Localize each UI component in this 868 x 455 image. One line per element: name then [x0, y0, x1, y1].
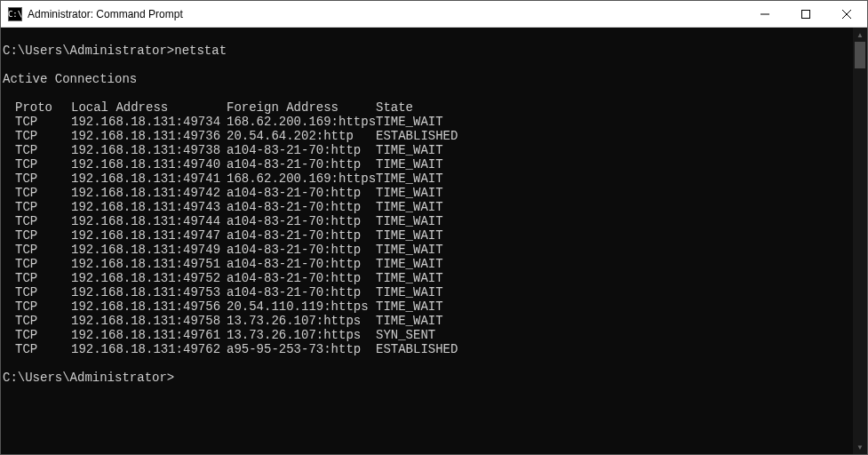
minimize-button[interactable] — [745, 1, 785, 27]
scroll-down-icon[interactable]: ▼ — [853, 440, 867, 454]
connection-row: TCP192.168.18.131:49762a95-95-253-73:htt… — [3, 342, 849, 356]
svg-rect-1 — [802, 10, 810, 18]
cell-local: 192.168.18.131:49756 — [71, 299, 227, 314]
cell-state: TIME_WAIT — [376, 314, 443, 328]
connection-row: TCP192.168.18.131:49753a104-83-21-70:htt… — [3, 285, 849, 299]
blank-line — [3, 58, 849, 72]
cell-local: 192.168.18.131:49762 — [71, 342, 227, 356]
prompt-line: C:\Users\Administrator> — [3, 371, 849, 385]
cell-foreign: a104-83-21-70:http — [227, 285, 376, 299]
prompt-line: C:\Users\Administrator>netstat — [3, 44, 849, 58]
cell-local: 192.168.18.131:49734 — [71, 115, 227, 129]
col-local: Local Address — [71, 100, 227, 115]
cell-state: TIME_WAIT — [376, 243, 443, 257]
cell-state: TIME_WAIT — [376, 257, 443, 271]
scroll-thumb[interactable] — [855, 42, 865, 68]
cell-state: TIME_WAIT — [376, 172, 443, 186]
cell-proto: TCP — [15, 243, 71, 257]
cell-proto: TCP — [15, 172, 71, 186]
window-title: Administrator: Command Prompt — [28, 8, 745, 20]
connection-row: TCP192.168.18.131:4976113.73.26.107:http… — [3, 328, 849, 342]
blank-line — [3, 86, 849, 100]
cell-local: 192.168.18.131:49736 — [71, 129, 227, 143]
col-foreign: Foreign Address — [227, 100, 376, 115]
cell-local: 192.168.18.131:49752 — [71, 271, 227, 285]
connection-row: TCP192.168.18.131:49738a104-83-21-70:htt… — [3, 143, 849, 157]
cell-proto: TCP — [15, 342, 71, 356]
terminal-area: C:\Users\Administrator>netstat Active Co… — [1, 28, 867, 454]
col-proto: Proto — [15, 100, 71, 115]
cell-foreign: 168.62.200.169:https — [227, 115, 376, 129]
cell-proto: TCP — [15, 200, 71, 214]
blank-line — [3, 29, 849, 44]
cell-local: 192.168.18.131:49743 — [71, 200, 227, 214]
cell-local: 192.168.18.131:49751 — [71, 257, 227, 271]
cell-foreign: 13.73.26.107:https — [227, 314, 376, 328]
cell-foreign: a104-83-21-70:http — [227, 143, 376, 157]
cell-foreign: a104-83-21-70:http — [227, 257, 376, 271]
command: netstat — [174, 44, 227, 58]
cell-state: SYN_SENT — [376, 328, 435, 342]
cell-proto: TCP — [15, 314, 71, 328]
connection-row: TCP192.168.18.131:49734168.62.200.169:ht… — [3, 115, 849, 129]
column-headers: ProtoLocal AddressForeign AddressState — [3, 100, 849, 115]
cell-proto: TCP — [15, 328, 71, 342]
cell-foreign: a104-83-21-70:http — [227, 228, 376, 243]
connection-row: TCP192.168.18.131:4973620.54.64.202:http… — [3, 129, 849, 143]
connection-row: TCP192.168.18.131:49742a104-83-21-70:htt… — [3, 186, 849, 200]
cell-state: TIME_WAIT — [376, 115, 443, 129]
col-state: State — [376, 100, 413, 115]
cell-state: TIME_WAIT — [376, 299, 443, 314]
cell-local: 192.168.18.131:49742 — [71, 186, 227, 200]
cell-local: 192.168.18.131:49741 — [71, 172, 227, 186]
close-button[interactable] — [826, 1, 867, 27]
vertical-scrollbar[interactable]: ▲ ▼ — [853, 28, 867, 454]
titlebar[interactable]: C:\ Administrator: Command Prompt — [1, 1, 867, 28]
cell-foreign: a104-83-21-70:http — [227, 157, 376, 172]
connection-row: TCP192.168.18.131:4975620.54.110.119:htt… — [3, 299, 849, 314]
connection-row: TCP192.168.18.131:49749a104-83-21-70:htt… — [3, 243, 849, 257]
terminal-output[interactable]: C:\Users\Administrator>netstat Active Co… — [1, 28, 853, 454]
cell-state: TIME_WAIT — [376, 200, 443, 214]
cell-state: ESTABLISHED — [376, 342, 458, 356]
cmd-icon: C:\ — [8, 7, 22, 21]
cell-proto: TCP — [15, 299, 71, 314]
connection-row: TCP192.168.18.131:49741168.62.200.169:ht… — [3, 172, 849, 186]
cell-local: 192.168.18.131:49744 — [71, 214, 227, 228]
command-prompt-window: C:\ Administrator: Command Prompt C:\Use… — [0, 0, 868, 455]
cell-state: TIME_WAIT — [376, 186, 443, 200]
cell-foreign: 20.54.110.119:https — [227, 299, 376, 314]
cell-state: TIME_WAIT — [376, 143, 443, 157]
cell-foreign: 13.73.26.107:https — [227, 328, 376, 342]
cell-foreign: a104-83-21-70:http — [227, 271, 376, 285]
cell-proto: TCP — [15, 143, 71, 157]
cell-foreign: 168.62.200.169:https — [227, 172, 376, 186]
window-controls — [745, 1, 867, 27]
cell-state: TIME_WAIT — [376, 214, 443, 228]
cell-local: 192.168.18.131:49753 — [71, 285, 227, 299]
cell-foreign: a104-83-21-70:http — [227, 243, 376, 257]
cell-proto: TCP — [15, 271, 71, 285]
cell-local: 192.168.18.131:49761 — [71, 328, 227, 342]
cell-state: TIME_WAIT — [376, 271, 443, 285]
cell-state: TIME_WAIT — [376, 285, 443, 299]
connection-row: TCP192.168.18.131:4975813.73.26.107:http… — [3, 314, 849, 328]
cell-proto: TCP — [15, 129, 71, 143]
cell-foreign: a95-95-253-73:http — [227, 342, 376, 356]
cell-proto: TCP — [15, 186, 71, 200]
cell-state: TIME_WAIT — [376, 228, 443, 243]
maximize-button[interactable] — [785, 1, 826, 27]
cell-proto: TCP — [15, 157, 71, 172]
cell-state: ESTABLISHED — [376, 129, 458, 143]
cell-local: 192.168.18.131:49749 — [71, 243, 227, 257]
prompt: C:\Users\Administrator> — [3, 44, 174, 58]
cell-proto: TCP — [15, 115, 71, 129]
scroll-up-icon[interactable]: ▲ — [853, 28, 867, 42]
connection-row: TCP192.168.18.131:49752a104-83-21-70:htt… — [3, 271, 849, 285]
cell-foreign: a104-83-21-70:http — [227, 214, 376, 228]
connection-row: TCP192.168.18.131:49751a104-83-21-70:htt… — [3, 257, 849, 271]
cell-foreign: a104-83-21-70:http — [227, 200, 376, 214]
cell-proto: TCP — [15, 228, 71, 243]
cell-foreign: a104-83-21-70:http — [227, 186, 376, 200]
cell-local: 192.168.18.131:49758 — [71, 314, 227, 328]
